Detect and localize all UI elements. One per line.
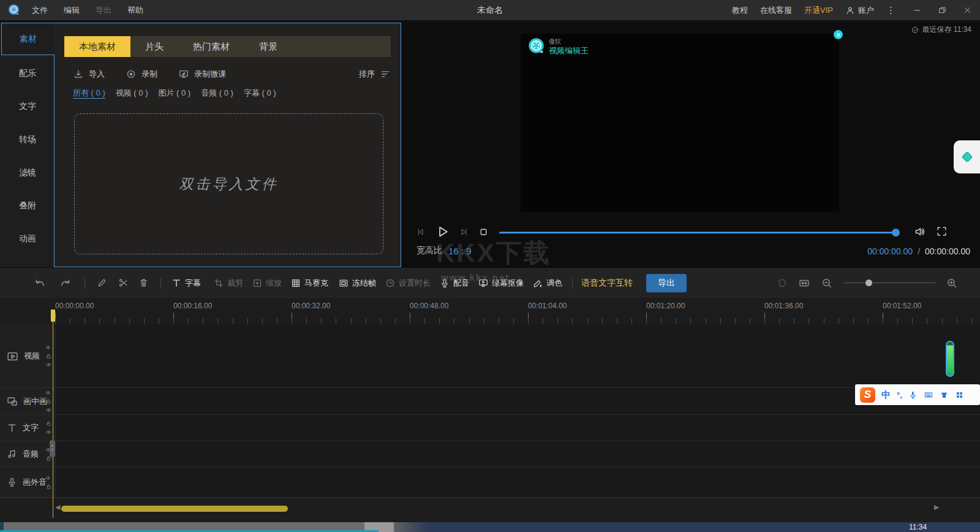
panel-tabs: 本地素材 片头 热门素材 背景 xyxy=(64,36,391,57)
subtitle-icon xyxy=(171,278,182,289)
panel-actions: 导入 录制 录制微课 排序 xyxy=(73,64,391,85)
ime-mic-button[interactable] xyxy=(908,390,918,400)
tutorial-link[interactable]: 教程 xyxy=(732,5,748,16)
sidebar-item-material[interactable]: 素材 xyxy=(1,23,55,55)
menu-edit[interactable]: 编辑 xyxy=(64,5,80,16)
tool-set-duration[interactable]: 设置时长 xyxy=(385,278,431,289)
timecode: 00:00:00.00 / 00:00:00.00 xyxy=(867,246,970,256)
restore-button[interactable] xyxy=(938,6,946,14)
timeline-ruler[interactable]: 00:00:00.00 00:00:16.00 00:00:32.00 00:0… xyxy=(0,298,980,325)
mosaic-icon xyxy=(290,278,301,289)
track-label: 视频 xyxy=(24,351,40,362)
tool-mosaic[interactable]: 马赛克 xyxy=(290,278,328,289)
track-scroll-handle[interactable] xyxy=(50,440,55,457)
track-text: 文字 xyxy=(0,415,980,441)
play-button[interactable] xyxy=(434,224,450,240)
watermark-close-icon[interactable] xyxy=(834,30,843,39)
export-button[interactable]: 导出 xyxy=(646,274,687,292)
record-lesson-button[interactable]: 录制微课 xyxy=(178,69,226,80)
menu-export[interactable]: 导出 xyxy=(96,5,111,16)
scale-icon xyxy=(252,278,263,289)
next-frame-button[interactable] xyxy=(458,226,470,238)
brand-name-small: 傲软 xyxy=(549,38,589,46)
vip-link[interactable]: 开通VIP xyxy=(804,5,833,16)
preview-area: 最近保存 11:34 傲软 视频编辑王 xyxy=(401,23,980,267)
sidebar-item-filter[interactable]: 滤镜 xyxy=(0,167,55,178)
ime-skin-button[interactable] xyxy=(940,390,949,400)
tab-background[interactable]: 背景 xyxy=(244,36,292,57)
sidebar-item-transition[interactable]: 转场 xyxy=(0,134,55,145)
app-window: 文件 编辑 导出 帮助 未命名 教程 在线客服 开通VIP 账户 ⋮ 配乐 文字… xyxy=(0,0,980,532)
titlebar: 文件 编辑 导出 帮助 未命名 教程 在线客服 开通VIP 账户 ⋮ xyxy=(0,0,980,20)
filter-video[interactable]: 视频 ( 0 ) xyxy=(116,88,148,99)
filter-all[interactable]: 所有 ( 0 ) xyxy=(73,88,105,99)
menu-help[interactable]: 帮助 xyxy=(127,5,143,16)
minimize-button[interactable] xyxy=(913,6,921,14)
menu-file[interactable]: 文件 xyxy=(32,5,48,16)
floating-panel-handle[interactable] xyxy=(954,140,980,173)
fullscreen-button[interactable] xyxy=(935,225,948,238)
zoom-out-button[interactable] xyxy=(821,277,833,289)
zoom-in-button[interactable] xyxy=(946,277,958,289)
sort-button[interactable]: 排序 xyxy=(359,69,391,80)
edit-button[interactable] xyxy=(96,277,108,289)
filter-image[interactable]: 图片 ( 0 ) xyxy=(158,88,190,99)
zoom-slider-thumb[interactable] xyxy=(865,279,872,286)
filter-subtitle[interactable]: 字幕 ( 0 ) xyxy=(244,88,276,99)
redo-button[interactable] xyxy=(59,276,72,290)
sidebar-item-label: 素材 xyxy=(20,34,37,45)
tool-chroma-key[interactable]: 绿幕抠像 xyxy=(478,278,524,289)
import-button[interactable]: 导入 xyxy=(73,69,105,80)
ime-keyboard-button[interactable] xyxy=(924,390,933,400)
timeline-zoom-slider[interactable] xyxy=(843,277,935,289)
sidebar-item-overlay[interactable]: 叠附 xyxy=(0,200,55,211)
tool-subtitle[interactable]: 字幕 xyxy=(171,278,201,289)
ime-lang-toggle[interactable]: 中 xyxy=(881,389,891,401)
tool-crop[interactable]: 裁剪 xyxy=(213,278,243,289)
delete-button[interactable] xyxy=(138,277,149,289)
scroll-left-arrow[interactable]: ◀ xyxy=(55,503,60,511)
hscroll-thumb[interactable] xyxy=(61,506,288,512)
more-menu-button[interactable]: ⋮ xyxy=(886,5,896,16)
tab-hot-media[interactable]: 热门素材 xyxy=(178,36,244,57)
track-label: 画外音 xyxy=(23,477,47,488)
filter-audio[interactable]: 音频 ( 0 ) xyxy=(201,88,233,99)
support-link[interactable]: 在线客服 xyxy=(760,5,792,16)
toolbar-divider xyxy=(85,278,85,289)
split-button[interactable] xyxy=(118,277,129,289)
timeline-tracks: 视频 画中画 xyxy=(0,325,980,498)
sogou-logo[interactable]: S xyxy=(860,387,875,403)
toolbar-divider xyxy=(572,278,573,289)
tool-scale[interactable]: 缩放 xyxy=(252,278,282,289)
sidebar-item-animation[interactable]: 动画 xyxy=(0,234,55,245)
current-time: 00:00:00.00 xyxy=(867,246,913,256)
record-button[interactable]: 录制 xyxy=(126,69,157,80)
account-button[interactable]: 账户 xyxy=(845,5,874,16)
tab-local-media[interactable]: 本地素材 xyxy=(64,36,130,57)
scroll-right-arrow[interactable]: ▶ xyxy=(934,503,939,511)
ime-punct-toggle[interactable]: °, xyxy=(897,390,902,400)
speech-text-convert-button[interactable]: 语音文字互转 xyxy=(581,278,633,289)
audio-track-icon xyxy=(6,448,18,460)
stop-button[interactable] xyxy=(478,226,489,238)
sidebar-item-music[interactable]: 配乐 xyxy=(0,68,55,79)
playhead[interactable] xyxy=(51,310,56,518)
ime-toolbox-button[interactable] xyxy=(955,390,964,400)
tab-intro[interactable]: 片头 xyxy=(130,36,178,57)
undo-button[interactable] xyxy=(33,276,47,290)
tool-freeze-frame[interactable]: 冻结帧 xyxy=(338,278,376,289)
sidebar-item-text[interactable]: 文字 xyxy=(0,101,55,112)
prev-frame-button[interactable] xyxy=(415,226,426,238)
clock-icon xyxy=(385,278,396,289)
close-button[interactable] xyxy=(963,6,971,14)
seek-bar[interactable] xyxy=(499,232,896,234)
fit-timeline-button[interactable] xyxy=(798,277,810,289)
volume-button[interactable] xyxy=(913,225,927,238)
aspect-ratio-select[interactable]: 16 : 9 xyxy=(448,246,472,256)
seek-handle[interactable] xyxy=(892,229,900,237)
video-canvas: 傲软 视频编辑王 xyxy=(521,34,839,211)
ruler-label: 00:01:36.00 xyxy=(764,302,803,310)
import-dropzone[interactable]: 双击导入文件 xyxy=(74,113,383,254)
tool-color-grading[interactable]: 调色 xyxy=(532,278,562,289)
tool-dubbing[interactable]: 配音 xyxy=(439,278,469,289)
